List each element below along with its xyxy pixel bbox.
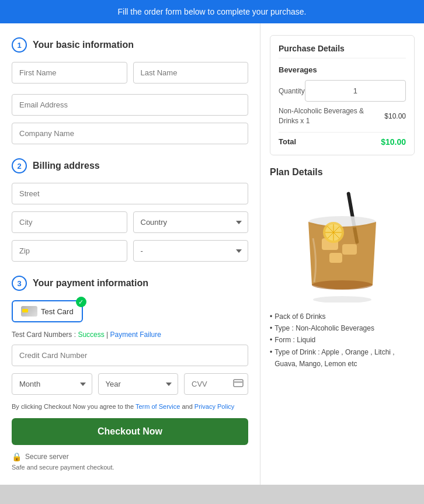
total-row: Total $10.00 (279, 132, 406, 147)
billing-header: 2 Billing address (12, 158, 248, 173)
drink-svg (296, 186, 389, 303)
company-input[interactable] (12, 123, 248, 144)
quantity-input[interactable] (305, 80, 406, 102)
safe-text: Safe and secure payment checkout. (12, 464, 248, 471)
failure-link[interactable]: Payment Failure (110, 331, 161, 339)
cc-number-row (12, 345, 248, 366)
svg-point-13 (312, 280, 373, 290)
page-wrapper: Fill the order form below to complete yo… (0, 0, 424, 485)
bullet-dot: • (270, 311, 272, 322)
drink-image-container (270, 186, 415, 303)
country-wrapper: Country United States United Kingdom Can… (133, 211, 249, 233)
plan-bullet: • Pack of 6 Drinks (270, 311, 415, 322)
card-icon (21, 306, 37, 317)
first-name-wrapper (12, 62, 127, 84)
secure-note: 🔒 Secure server (12, 452, 248, 461)
privacy-link[interactable]: Privacy Policy (194, 403, 234, 410)
right-panel: Purchase Details Beverages Quantity Non-… (260, 23, 424, 485)
cc-number-input[interactable] (12, 345, 248, 366)
year-wrapper: Year 202420252026 202720282029 (98, 373, 179, 395)
payment-header: 3 Your payment information (12, 276, 248, 291)
secure-label: Secure server (25, 453, 69, 461)
check-badge: ✓ (76, 297, 86, 307)
city-country-row: Country United States United Kingdom Can… (12, 211, 248, 233)
quantity-row: Quantity (279, 80, 406, 102)
bullet-dot: • (270, 346, 272, 370)
bullet-dot: • (270, 322, 272, 334)
card-label: Test Card (41, 307, 74, 316)
name-row (12, 62, 248, 84)
basic-info-header: 1 Your basic information (12, 37, 248, 53)
country-select[interactable]: Country United States United Kingdom Can… (133, 211, 249, 233)
zip-wrapper (12, 240, 127, 262)
quantity-label: Quantity (279, 87, 305, 95)
plan-details-title: Plan Details (270, 167, 415, 178)
section-number-2: 2 (12, 158, 27, 173)
tos-link[interactable]: Term of Service (135, 403, 180, 410)
total-amount: $10.00 (381, 137, 406, 147)
zip-state-row: - CA NY TX (12, 240, 248, 262)
city-input[interactable] (12, 211, 127, 233)
svg-point-14 (313, 296, 371, 303)
plan-bullet: • Form : Liquid (270, 334, 415, 346)
plan-bullet: • Type : Non-Alcoholic Beverages (270, 322, 415, 334)
test-card-label: Test Card Numbers : (12, 331, 76, 339)
state-select[interactable]: - CA NY TX (133, 240, 249, 262)
street-row (12, 183, 248, 204)
plan-bullet: • Type of Drink : Apple , Orange , Litch… (270, 346, 415, 370)
email-input[interactable] (12, 94, 248, 116)
plan-details: Plan Details (270, 167, 415, 370)
item-price: $10.00 (384, 112, 406, 120)
section-number-3: 3 (12, 276, 27, 291)
basic-info-title: Your basic information (33, 40, 134, 50)
item-row: Non-Alcoholic Beverages & Drinks x 1 $10… (279, 106, 406, 126)
year-select[interactable]: Year 202420252026 202720282029 (98, 373, 179, 395)
terms-before: By clicking Checkout Now you agree to th… (12, 403, 135, 410)
purchase-details-box: Purchase Details Beverages Quantity Non-… (270, 35, 415, 155)
main-content: 1 Your basic information 2 Billin (0, 23, 424, 485)
item-name: Non-Alcoholic Beverages & Drinks x 1 (279, 106, 372, 126)
banner-text: Fill the order form below to complete yo… (118, 7, 307, 16)
section-number-1: 1 (12, 37, 27, 53)
test-card-note: Test Card Numbers : Success | Payment Fa… (12, 331, 248, 339)
first-name-input[interactable] (12, 62, 127, 84)
terms-text: By clicking Checkout Now you agree to th… (12, 403, 248, 410)
top-banner: Fill the order form below to complete yo… (0, 0, 424, 23)
svg-rect-1 (234, 381, 243, 383)
payment-title: Your payment information (33, 278, 148, 289)
cvv-wrapper (184, 373, 248, 395)
month-wrapper: Month 010203 040506 070809 101112 (12, 373, 92, 395)
lock-icon: 🔒 (12, 452, 22, 461)
cvv-card-icon (233, 379, 244, 390)
cvv-row: Month 010203 040506 070809 101112 Year 2… (12, 373, 248, 395)
purchase-details-title: Purchase Details (279, 44, 406, 58)
svg-rect-5 (342, 244, 357, 255)
card-option[interactable]: Test Card ✓ (12, 300, 83, 322)
success-link[interactable]: Success (78, 331, 104, 339)
last-name-input[interactable] (133, 62, 249, 84)
left-panel: 1 Your basic information 2 Billin (0, 23, 260, 485)
beverages-title: Beverages (279, 65, 406, 74)
total-label: Total (279, 137, 296, 146)
plan-bullets: • Pack of 6 Drinks• Type : Non-Alcoholic… (270, 311, 415, 370)
checkout-button[interactable]: Checkout Now (12, 418, 248, 445)
last-name-wrapper (133, 62, 249, 84)
email-row (12, 94, 248, 116)
company-row (12, 123, 248, 144)
zip-input[interactable] (12, 240, 127, 262)
svg-rect-0 (234, 380, 243, 387)
terms-middle: and (180, 403, 194, 410)
bullet-dot: • (270, 334, 272, 346)
billing-title: Billing address (33, 161, 100, 171)
city-wrapper (12, 211, 127, 233)
state-wrapper: - CA NY TX (133, 240, 249, 262)
svg-rect-6 (329, 253, 342, 263)
street-input[interactable] (12, 183, 248, 204)
month-select[interactable]: Month 010203 040506 070809 101112 (12, 373, 92, 395)
